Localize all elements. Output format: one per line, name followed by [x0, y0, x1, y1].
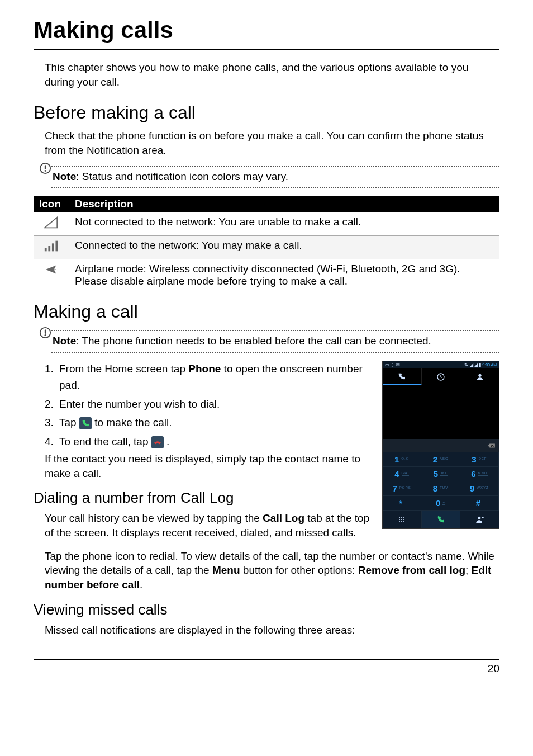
info-icon: [39, 327, 51, 339]
bold-menu: Menu: [212, 564, 240, 576]
step-text: to make the call.: [94, 417, 172, 428]
key-star[interactable]: *: [383, 496, 421, 511]
page-number: 20: [34, 663, 499, 675]
svg-point-22: [401, 521, 402, 522]
svg-point-18: [399, 519, 400, 520]
note-block-status-colors: Note: Status and notification icon color…: [34, 166, 499, 188]
text: button for other options:: [240, 564, 358, 576]
title-rule: [34, 49, 499, 50]
th-description: Description: [69, 196, 499, 212]
text: ;: [465, 564, 472, 576]
svg-point-2: [45, 170, 46, 172]
missed-text: Missed call notifications are displayed …: [45, 623, 499, 637]
calllog-p1: Your call history can be viewed by tappi…: [45, 511, 372, 540]
svg-point-23: [403, 521, 404, 522]
step-item: Tap to make the call.: [45, 414, 372, 431]
row-desc: Connected to the network: You may make a…: [69, 236, 499, 259]
heading-dial-from-call-log: Dialing a number from Call Log: [34, 489, 372, 507]
svg-rect-5: [52, 244, 54, 252]
row-desc: Not connected to the network: You are un…: [69, 212, 499, 236]
dotted-rule: [51, 166, 499, 167]
key-4[interactable]: 4GHI: [383, 467, 421, 481]
note-label: Note: [53, 335, 76, 347]
tab-contacts[interactable]: [460, 368, 499, 385]
bold-remove: Remove from call log: [358, 564, 465, 576]
dotted-rule: [51, 352, 499, 353]
step-text: To end the call, tap: [59, 436, 151, 447]
call-button[interactable]: [422, 511, 461, 528]
key-2[interactable]: 2ABC: [421, 452, 460, 467]
svg-point-20: [403, 519, 404, 520]
svg-point-16: [401, 517, 402, 518]
svg-point-12: [478, 374, 481, 377]
text: Your call history can be viewed by tappi…: [45, 512, 263, 524]
calllog-p2: Tap the phone icon to redial. To view de…: [45, 549, 499, 592]
dotted-rule: [51, 187, 499, 188]
th-icon: Icon: [34, 196, 69, 212]
svg-point-17: [403, 517, 404, 518]
bold-phone: Phone: [188, 363, 221, 375]
key-3[interactable]: 3DEF: [460, 452, 499, 467]
airplane-icon: [34, 259, 69, 291]
step-text: Tap: [59, 417, 79, 428]
note-body: : Status and notification icon colors ma…: [76, 171, 288, 182]
steps-list: From the Home screen tap Phone to open t…: [45, 361, 372, 450]
row-desc: Airplane mode: Wireless connectivity dis…: [69, 259, 499, 291]
step-item: Enter the number you wish to dial.: [45, 396, 372, 412]
keypad: 1O.O 2ABC 3DEF 4GHI 5JKL 6MNO 7PQRS 8TUV…: [383, 452, 499, 511]
step-text: From the Home screen tap: [59, 363, 188, 375]
heading-viewing-missed-calls: Viewing missed calls: [34, 601, 499, 618]
table-row: Airplane mode: Wireless connectivity dis…: [34, 259, 499, 291]
bottom-actions: [383, 511, 499, 528]
note-body: : The phone function needs to be enabled…: [76, 335, 431, 347]
table-row: Connected to the network: You may make a…: [34, 236, 499, 259]
grid-button[interactable]: [383, 511, 422, 528]
step-item: From the Home screen tap Phone to open t…: [45, 361, 372, 394]
dotted-rule: [51, 330, 499, 331]
svg-rect-4: [48, 246, 50, 251]
status-bar: ▭ ⋮ ✉ ⇅ ◢ ◢ ▮ 9:00 AM: [383, 361, 499, 368]
key-6[interactable]: 6MNO: [460, 467, 499, 481]
tab-dialer[interactable]: [383, 368, 422, 385]
tab-recents[interactable]: [422, 368, 461, 385]
footer-rule: [34, 659, 499, 660]
page-title: Making calls: [34, 17, 499, 44]
svg-point-10: [45, 334, 46, 336]
step-item: To end the call, tap .: [45, 433, 372, 450]
signal-outline-icon: [34, 212, 69, 236]
add-contact-button[interactable]: [460, 511, 499, 528]
heading-before-making-a-call: Before making a call: [34, 102, 499, 123]
after-steps-text: If the contact you need is displayed, si…: [45, 452, 372, 480]
key-1[interactable]: 1O.O: [383, 452, 421, 467]
step-text: .: [166, 436, 169, 447]
note-text: Note: The phone function needs to be ena…: [53, 334, 499, 348]
dial-icon: [79, 417, 92, 429]
key-9[interactable]: 9WXYZ: [460, 481, 499, 496]
key-pound[interactable]: #: [460, 496, 499, 511]
intro-text: This chapter shows you how to make phone…: [45, 60, 499, 89]
before-text: Check that the phone function is on befo…: [45, 129, 499, 157]
svg-point-15: [399, 517, 400, 518]
dialer-tabs: [383, 368, 499, 385]
phone-screenshot: ▭ ⋮ ✉ ⇅ ◢ ◢ ▮ 9:00 AM 1O.O 2ABC: [382, 361, 499, 529]
info-icon: [39, 162, 51, 174]
key-8[interactable]: 8TUV: [421, 481, 460, 496]
backspace-icon[interactable]: [488, 441, 496, 451]
bold-calllog: Call Log: [263, 512, 304, 524]
note-block-phone-enabled: Note: The phone function needs to be ena…: [34, 330, 499, 353]
svg-rect-6: [55, 241, 58, 252]
svg-point-19: [401, 519, 402, 520]
svg-rect-3: [45, 248, 47, 252]
table-row: Not connected to the network: You are un…: [34, 212, 499, 236]
svg-point-24: [478, 517, 480, 519]
note-label: Note: [53, 171, 76, 182]
key-0[interactable]: 0+: [421, 496, 460, 511]
end-call-icon: [151, 436, 164, 448]
key-5[interactable]: 5JKL: [421, 467, 460, 481]
key-7[interactable]: 7PQRS: [383, 481, 421, 496]
icon-description-table: Icon Description Not connected to the ne…: [34, 196, 499, 291]
status-time: 9:00 AM: [482, 363, 497, 367]
signal-bars-icon: [34, 236, 69, 259]
note-text: Note: Status and notification icon color…: [53, 170, 499, 184]
svg-point-21: [399, 521, 400, 522]
